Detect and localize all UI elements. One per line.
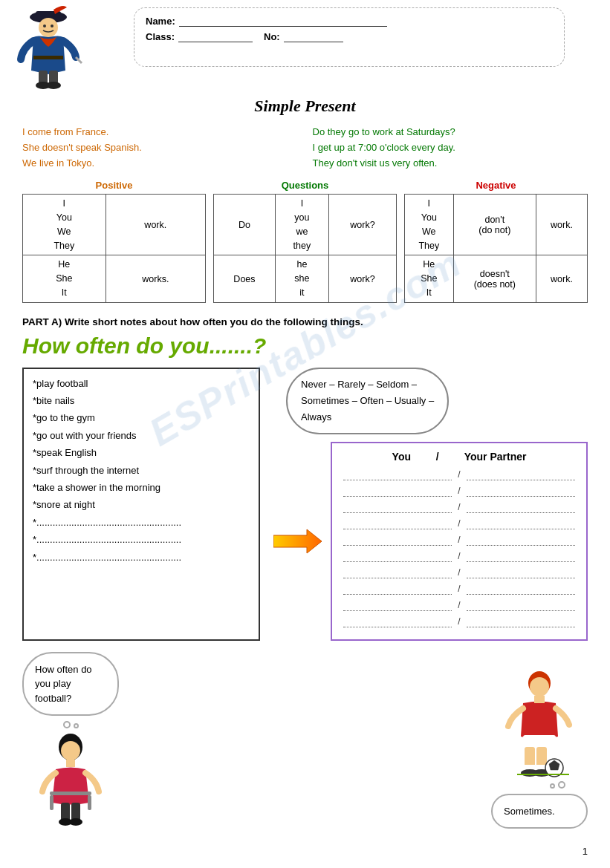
negative-table: IYouWeThey don't(do not) work. HeSheIt d… xyxy=(404,194,588,302)
you-answer-2[interactable] xyxy=(343,485,452,497)
examples-right: Do they go to work at Saturdays? I get u… xyxy=(313,125,588,171)
you-answer-4[interactable] xyxy=(343,518,452,529)
questions-table: Do Iyouwethey work? Does hesheit work? xyxy=(213,194,397,302)
svg-point-4 xyxy=(51,25,53,27)
partner-answer-4[interactable] xyxy=(467,518,575,529)
positive-verb-1: work. xyxy=(106,195,205,255)
partner-answer-5[interactable] xyxy=(467,534,575,546)
table-row: IYouWeThey don't(do not) work. xyxy=(405,195,588,255)
grammar-tables: Positive IYouWeThey work. HeSheIt works.… xyxy=(22,180,588,302)
svg-point-23 xyxy=(530,677,549,696)
you-answer-5[interactable] xyxy=(343,534,452,546)
svg-rect-19 xyxy=(50,792,91,795)
class-label: Class: xyxy=(146,31,175,42)
partner-answer-6[interactable] xyxy=(467,550,575,562)
svg-rect-24 xyxy=(534,696,545,703)
table-row: Does hesheit work? xyxy=(214,255,397,302)
example-4: Do they go to work at Saturdays? xyxy=(313,125,588,140)
you-answer-7[interactable] xyxy=(343,567,452,578)
no-field[interactable] xyxy=(284,32,343,42)
you-answer-9[interactable] xyxy=(343,599,452,611)
soccer-player-figure xyxy=(495,681,584,777)
negative-pronouns-2: HeSheIt xyxy=(405,255,454,302)
questions-header: Questions xyxy=(213,180,397,191)
partner-answer-9[interactable] xyxy=(467,599,575,611)
activity-item: *take a shower in the morning xyxy=(33,479,250,496)
svg-point-3 xyxy=(43,25,46,27)
partner-row: / xyxy=(343,518,575,529)
right-side: Never – Rarely – Seldom – Sometimes – Of… xyxy=(271,368,588,641)
partner-answer-8[interactable] xyxy=(467,583,575,595)
partner-row: / xyxy=(343,550,575,562)
partner-answer-3[interactable] xyxy=(467,501,575,513)
partner-row: / xyxy=(343,534,575,546)
svg-rect-6 xyxy=(33,56,63,59)
slash-divider: / xyxy=(433,451,442,463)
table-row: IYouWeThey work. xyxy=(23,195,206,255)
activity-item: *go out with your friends xyxy=(33,427,250,444)
bottom-section: How often do you play football? xyxy=(22,652,588,829)
woman-figure xyxy=(26,732,115,829)
partner-answer-7[interactable] xyxy=(467,567,575,578)
table-row: HeSheIt doesn't(does not) work. xyxy=(405,255,588,302)
page-title: Simple Present xyxy=(0,97,610,116)
questions-aux-2: Does xyxy=(214,255,276,302)
positive-table: IYouWeThey work. HeSheIt works. xyxy=(22,194,206,302)
negative-verb-1: work. xyxy=(536,195,588,255)
activity-item: *speak English xyxy=(33,444,250,461)
arrow-icon xyxy=(273,526,322,556)
activity-item: *go to the gym xyxy=(33,409,250,426)
main-content: I come from France. She doesn't speak Sp… xyxy=(0,125,610,829)
pirate-figure xyxy=(7,4,89,85)
you-answer-10[interactable] xyxy=(343,616,452,627)
positive-table-block: Positive IYouWeThey work. HeSheIt works. xyxy=(22,180,206,302)
you-answer-3[interactable] xyxy=(343,501,452,513)
activity-item: *play football xyxy=(33,375,250,392)
negative-neg-2: doesn't(does not) xyxy=(453,255,536,302)
you-column-header: You xyxy=(392,451,411,463)
activity-item: *.......................................… xyxy=(33,531,250,548)
partner-column-header: Your Partner xyxy=(464,451,527,463)
name-field[interactable] xyxy=(179,16,387,27)
partner-answer-10[interactable] xyxy=(467,616,575,627)
svg-rect-27 xyxy=(536,747,547,768)
questions-verb-1: work? xyxy=(328,195,396,255)
you-answer-8[interactable] xyxy=(343,583,452,595)
class-field[interactable] xyxy=(178,32,253,42)
you-answer-6[interactable] xyxy=(343,550,452,562)
negative-table-block: Negative IYouWeThey don't(do not) work. … xyxy=(404,180,588,302)
header-area: Name: Class: No: xyxy=(0,0,610,89)
partner-row: / xyxy=(343,469,575,480)
partner-answer-1[interactable] xyxy=(467,469,575,480)
svg-point-2 xyxy=(39,18,58,37)
activity-item: *.......................................… xyxy=(33,549,250,566)
left-dialogue: How often do you play football? xyxy=(22,652,119,829)
questions-pronouns-1: Iyouwethey xyxy=(275,195,328,255)
partner-row: / xyxy=(343,567,575,578)
activity-item: *snore at night xyxy=(33,496,250,513)
examples-left: I come from France. She doesn't speak Sp… xyxy=(22,125,298,171)
speech-bubble-left: How often do you play football? xyxy=(22,652,119,717)
activity-row: You / Your Partner / / / / / / / / / / xyxy=(271,442,588,641)
questions-table-block: Questions Do Iyouwethey work? Does heshe… xyxy=(213,180,397,302)
example-3: We live in Tokyo. xyxy=(22,156,298,172)
activity-section: *play football *bite nails *go to the gy… xyxy=(22,368,588,641)
partner-row: / xyxy=(343,616,575,627)
questions-verb-2: work? xyxy=(328,255,396,302)
bubble-tail-left xyxy=(63,721,79,728)
right-dialogue: Sometimes. xyxy=(491,681,588,829)
partner-row: / xyxy=(343,599,575,611)
svg-rect-26 xyxy=(525,747,535,768)
partner-answer-2[interactable] xyxy=(467,485,575,497)
you-answer-1[interactable] xyxy=(343,469,452,480)
partner-row: / xyxy=(343,485,575,497)
svg-rect-25 xyxy=(523,735,556,748)
name-form: Name: Class: No: xyxy=(134,7,565,67)
positive-pronouns-2: HeSheIt xyxy=(23,255,106,302)
negative-pronouns-1: IYouWeThey xyxy=(405,195,454,255)
partner-row: / xyxy=(343,583,575,595)
speech-bubble-right: Sometimes. xyxy=(491,794,588,829)
svg-rect-14 xyxy=(66,760,75,767)
partner-table-header: You / Your Partner xyxy=(343,451,575,463)
example-6: They don't visit us very often. xyxy=(313,156,588,172)
